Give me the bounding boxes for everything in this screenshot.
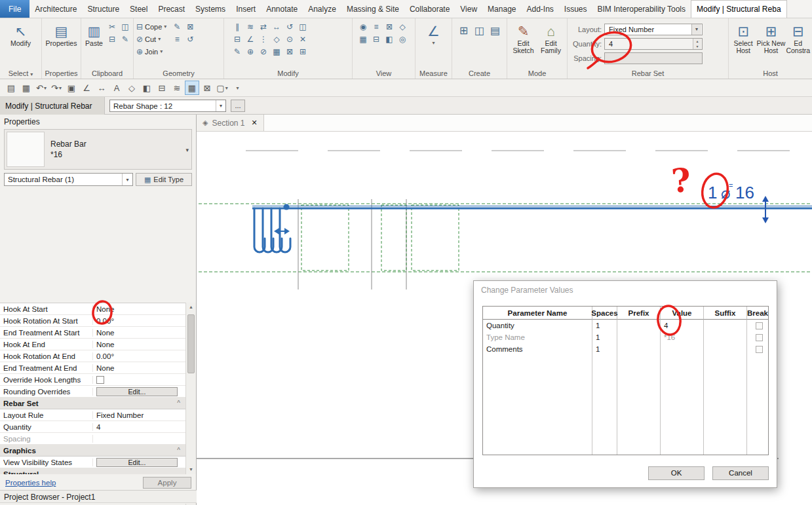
mirror-icon[interactable]: ⇄ xyxy=(257,20,270,33)
create-group-icon[interactable]: ⊞ xyxy=(457,20,471,40)
open-icon[interactable]: ▤ xyxy=(4,81,18,95)
value-cell-quantity[interactable]: 4 xyxy=(661,320,704,331)
prefix-cell[interactable] xyxy=(617,331,661,343)
tab-architecture[interactable]: Architecture xyxy=(29,0,82,18)
chevron-down-icon[interactable]: ▾ xyxy=(216,100,225,111)
aligned-dimension-icon[interactable]: ↔ xyxy=(94,81,109,95)
match-type-properties-icon[interactable]: ⊟ xyxy=(106,33,119,45)
view-visibility-states-edit-button[interactable]: Edit... xyxy=(96,458,178,467)
break-checkbox[interactable] xyxy=(756,334,763,341)
suffix-cell[interactable] xyxy=(704,320,747,331)
visibility-graphics-icon[interactable]: ◉ xyxy=(357,20,370,33)
tab-insert[interactable]: Insert xyxy=(231,0,261,18)
customize-qat-icon[interactable]: ▾ xyxy=(230,81,244,95)
collapse-icon[interactable]: ^ xyxy=(177,447,180,454)
join-button[interactable]: ⊕Join▾ xyxy=(135,45,168,58)
tab-massing-site[interactable]: Massing & Site xyxy=(341,0,404,18)
paste-button[interactable]: ▥ Paste xyxy=(83,20,106,69)
prefix-cell[interactable] xyxy=(617,320,661,331)
tab-file[interactable]: File xyxy=(0,0,29,18)
rebar-tag-quantity[interactable]: 1 xyxy=(708,183,717,202)
apply-button[interactable]: Apply xyxy=(143,477,191,489)
layout-combobox[interactable]: Fixed Number ▾ xyxy=(604,24,703,35)
print-icon[interactable]: ▣ xyxy=(64,81,79,95)
spin-up-icon[interactable]: ▴ xyxy=(693,39,701,44)
edit-type-button[interactable]: ▦ Edit Type xyxy=(136,173,192,186)
rebar-stretch-handle[interactable] xyxy=(762,196,769,223)
spin-down-icon[interactable]: ▾ xyxy=(693,44,701,49)
create-assembly-icon[interactable]: ▤ xyxy=(489,20,502,40)
cut-geometry-icon[interactable]: ⊘ xyxy=(257,45,270,58)
thin-lines-icon[interactable]: ≋ xyxy=(170,81,184,95)
save-icon[interactable]: ▦ xyxy=(19,81,33,95)
cancel-button[interactable]: Cancel xyxy=(712,466,769,480)
tab-annotate[interactable]: Annotate xyxy=(261,0,303,18)
chevron-down-icon[interactable]: ▾ xyxy=(691,24,701,35)
break-checkbox[interactable] xyxy=(756,346,763,353)
create-similar-icon[interactable]: ◫ xyxy=(473,20,486,40)
pick-new-host-button[interactable]: ⊞ Pick New Host xyxy=(756,20,785,69)
section-icon[interactable]: ⊟ xyxy=(155,81,169,95)
array-icon[interactable]: ⋮ xyxy=(257,33,270,45)
delete-icon[interactable]: ✕ xyxy=(296,33,309,45)
pin-icon[interactable]: ⊙ xyxy=(283,33,296,45)
text-icon[interactable]: A xyxy=(109,81,124,95)
demolish-element-icon[interactable]: ⊠ xyxy=(283,45,296,58)
rounding-overrides-edit-button[interactable]: Edit... xyxy=(96,387,178,396)
property-value[interactable]: 0.00° xyxy=(93,317,185,325)
copy-to-clipboard-icon[interactable]: ◫ xyxy=(119,20,132,33)
hide-elements-icon[interactable]: ⊠ xyxy=(383,20,396,33)
edit-sketch-button[interactable]: ✎ Edit Sketch xyxy=(510,20,537,69)
spaces-cell[interactable]: 1 xyxy=(592,320,617,331)
scale-icon[interactable]: ◇ xyxy=(270,33,283,45)
cut-to-clipboard-icon[interactable]: ✂ xyxy=(106,20,119,33)
section-box-icon[interactable]: ⊟ xyxy=(370,33,383,45)
demolish-icon[interactable]: ⊠ xyxy=(184,20,197,33)
tab-modify-structural-rebar[interactable]: Modify | Structural Reba xyxy=(691,0,787,18)
edit-constraints-button[interactable]: ⊟ Ed Constra xyxy=(786,20,811,69)
rotate-icon[interactable]: ↺ xyxy=(283,20,296,33)
default-3d-view-icon[interactable]: ◧ xyxy=(140,81,154,95)
move-icon[interactable]: ↔ xyxy=(270,20,283,33)
type-selector[interactable]: Rebar Bar *16 ▾ xyxy=(4,129,192,170)
match-type-icon[interactable]: ✎ xyxy=(231,45,244,58)
chevron-down-icon[interactable]: ▾ xyxy=(185,147,189,153)
schedule-icon[interactable]: ▦ xyxy=(185,81,199,95)
edit-family-button[interactable]: ⌂ Edit Family xyxy=(537,20,565,69)
scroll-down-icon[interactable]: ▼ xyxy=(186,465,196,474)
rebar-move-handle[interactable] xyxy=(274,228,290,234)
close-hidden-windows-icon[interactable]: ⊠ xyxy=(200,81,214,95)
property-value[interactable]: None xyxy=(93,364,185,372)
tab-collaborate[interactable]: Collaborate xyxy=(404,0,455,18)
trim-icon[interactable]: ∠ xyxy=(244,33,257,45)
close-view-icon[interactable]: ✕ xyxy=(252,119,258,127)
switch-windows-icon[interactable]: ▢▾ xyxy=(215,81,229,95)
property-value[interactable]: Fixed Number xyxy=(93,411,185,419)
offset-icon[interactable]: ≋ xyxy=(244,20,257,33)
element-filter-combobox[interactable]: Structural Rebar (1) ▾ xyxy=(4,173,133,186)
ok-button[interactable]: OK xyxy=(648,466,705,480)
paint-surface-icon[interactable]: ▦ xyxy=(270,45,283,58)
cope-button[interactable]: ⊟Cope▾ xyxy=(135,20,168,33)
property-value[interactable]: None xyxy=(93,329,185,337)
split-icon[interactable]: ⊟ xyxy=(231,33,244,45)
break-checkbox[interactable] xyxy=(756,322,763,329)
tab-structure[interactable]: Structure xyxy=(82,0,125,18)
undo-icon[interactable]: ↶▾ xyxy=(34,81,48,95)
copy-icon[interactable]: ◫ xyxy=(296,20,309,33)
scrollbar-thumb[interactable] xyxy=(187,314,195,373)
join-geometry-icon[interactable]: ⊕ xyxy=(244,45,257,58)
properties-button[interactable]: ▤ Properties xyxy=(45,20,78,69)
scroll-up-icon[interactable]: ▲ xyxy=(186,303,196,312)
property-value[interactable]: None xyxy=(93,341,185,348)
split-face-icon[interactable]: ≡ xyxy=(170,33,184,45)
more-options-button[interactable]: ... xyxy=(231,100,245,112)
align-icon[interactable]: ∥ xyxy=(231,20,244,33)
properties-scrollbar[interactable]: ▲ ▼ xyxy=(185,303,196,474)
tag-icon[interactable]: ◇ xyxy=(125,81,139,95)
paste-options-icon[interactable]: ✎ xyxy=(119,33,132,45)
quantity-spinner[interactable]: 4 ▴▾ xyxy=(604,38,703,50)
properties-help-link[interactable]: Properties help xyxy=(5,479,56,487)
value-cell-comments[interactable] xyxy=(661,343,704,355)
select-host-button[interactable]: ⊡ Select Host xyxy=(730,20,756,69)
